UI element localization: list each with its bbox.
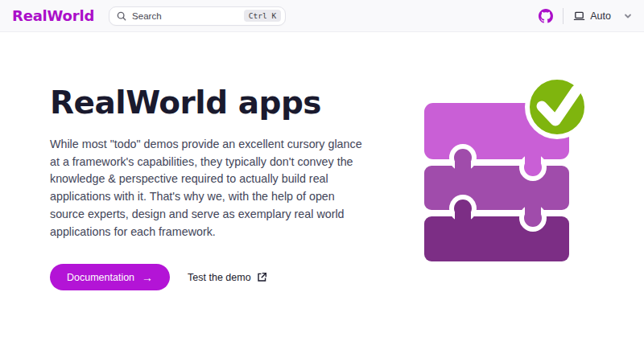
search-shortcut-kbd: Ctrl K [244,10,281,23]
puzzle-piece-bottom [424,216,569,261]
laptop-icon [573,10,585,22]
github-icon [539,9,553,23]
hero-actions: Documentation → Test the demo [50,264,644,290]
puzzle-piece-middle [424,166,569,210]
external-link-icon [257,272,267,282]
header-right-group: Auto [539,8,632,24]
documentation-button[interactable]: Documentation → [50,264,170,290]
site-logo[interactable]: RealWorld [12,7,94,24]
theme-selector[interactable]: Auto [573,10,632,22]
theme-label: Auto [590,10,611,22]
test-demo-label: Test the demo [188,272,251,283]
header-divider [563,8,564,24]
github-link[interactable] [539,9,553,23]
documentation-button-label: Documentation [67,272,134,283]
test-demo-link[interactable]: Test the demo [188,272,267,283]
search-icon [117,11,126,21]
hero-section: RealWorld apps While most "todo" demos p… [0,32,644,290]
realworld-puzzle-logo [416,67,601,268]
site-header: RealWorld Search Ctrl K Auto [0,0,644,32]
search-input[interactable]: Search Ctrl K [109,6,286,26]
arrow-right-icon: → [142,272,153,283]
chevron-down-icon [624,12,632,20]
search-placeholder: Search [132,11,244,21]
